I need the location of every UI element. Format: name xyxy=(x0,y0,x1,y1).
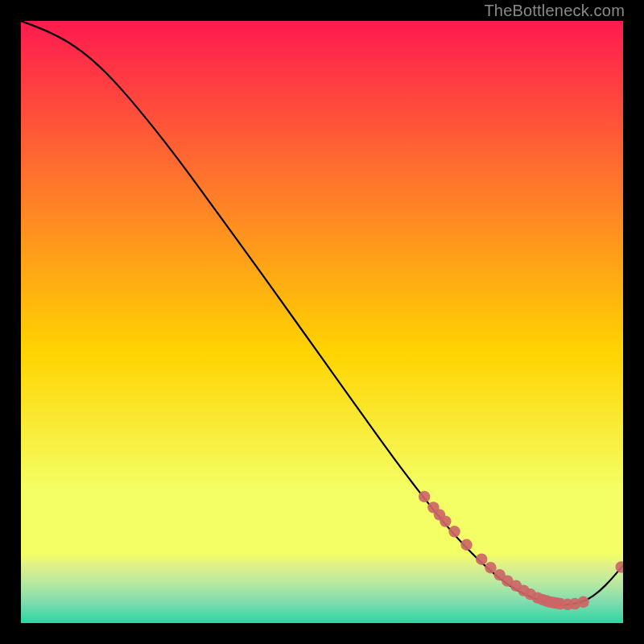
data-point xyxy=(448,526,460,537)
data-point xyxy=(460,539,472,551)
plot-area xyxy=(19,19,625,625)
data-point xyxy=(419,491,430,502)
data-point xyxy=(577,597,588,608)
watermark-text: TheBottleneck.com xyxy=(484,2,625,20)
data-point xyxy=(440,515,451,526)
chart-svg xyxy=(21,21,623,623)
data-point xyxy=(476,554,487,565)
data-point xyxy=(485,562,496,573)
chart-container: TheBottleneck.com xyxy=(0,0,644,644)
gradient-background xyxy=(21,21,623,623)
